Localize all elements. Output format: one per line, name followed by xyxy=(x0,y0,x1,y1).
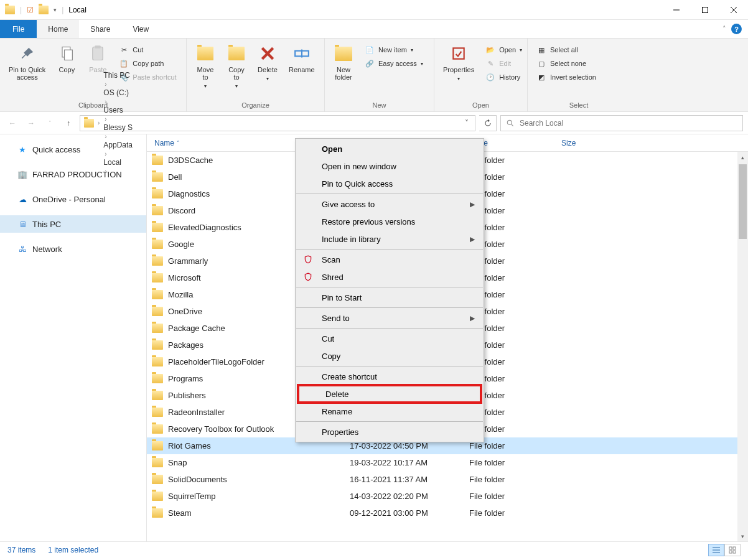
breadcrumb-1[interactable]: OS (C:) xyxy=(103,88,133,97)
scroll-thumb[interactable] xyxy=(739,164,747,239)
file-row[interactable]: Snap19-03-2022 10:17 AMFile folder xyxy=(147,454,748,471)
folder-icon xyxy=(152,508,163,518)
qat-checkbox[interactable]: ☑ xyxy=(27,6,34,14)
menu-home[interactable]: Home xyxy=(37,20,79,38)
invert-selection-button[interactable]: ◩Invert selection xyxy=(533,71,600,83)
cm-send-to[interactable]: Send to▶ xyxy=(296,309,484,327)
file-name: Programs xyxy=(168,374,203,383)
rename-button[interactable]: Rename xyxy=(285,41,319,76)
new-folder-button[interactable]: New folder xyxy=(330,41,357,83)
file-type: File folder xyxy=(462,475,554,484)
cm-pin-quick-access[interactable]: Pin to Quick access xyxy=(296,175,484,192)
nav-forward-button[interactable]: → xyxy=(24,116,39,131)
file-row[interactable]: SolidDocuments16-11-2021 11:37 AMFile fo… xyxy=(147,471,748,488)
cut-button[interactable]: ✂Cut xyxy=(115,44,180,56)
navigation-pane: ★ Quick access 🏢 FARRAD PRODUCTION ☁ One… xyxy=(0,134,147,541)
delete-button[interactable]: Delete▾ xyxy=(254,41,281,84)
svg-rect-6 xyxy=(93,47,103,60)
folder-icon xyxy=(152,240,163,249)
folder-icon xyxy=(152,273,163,282)
cm-pin-to-start[interactable]: Pin to Start xyxy=(296,289,484,306)
address-bar[interactable]: › This PC›OS (C:)›Users›Blessy S›AppData… xyxy=(80,115,475,131)
history-button[interactable]: 🕑History xyxy=(482,71,526,83)
file-row[interactable]: Steam09-12-2021 03:00 PMFile folder xyxy=(147,505,748,521)
address-dropdown[interactable]: ˅ xyxy=(462,119,471,128)
properties-button[interactable]: Properties▾ xyxy=(439,41,478,84)
new-item-button[interactable]: 📄New item ▾ xyxy=(361,44,427,56)
nav-this-pc[interactable]: 🖥 This PC xyxy=(0,215,146,233)
svg-point-13 xyxy=(507,120,512,124)
search-input[interactable] xyxy=(520,119,737,128)
breadcrumb-5[interactable]: Local xyxy=(103,158,133,167)
cm-create-shortcut[interactable]: Create shortcut xyxy=(296,368,484,385)
cm-rename[interactable]: Rename xyxy=(296,403,484,420)
history-icon: 🕑 xyxy=(485,72,495,82)
large-icons-view-button[interactable] xyxy=(724,544,741,556)
breadcrumb-3[interactable]: Blessy S xyxy=(103,123,133,132)
window-title: Local xyxy=(68,6,86,14)
app-icon xyxy=(5,6,15,14)
file-name: Publishers xyxy=(168,391,206,400)
folder-icon xyxy=(152,172,163,182)
nav-network[interactable]: 🖧 Network xyxy=(0,240,146,258)
edit-button[interactable]: ✎Edit xyxy=(482,57,526,70)
qat-folder-icon[interactable] xyxy=(39,6,49,14)
help-icon[interactable]: ? xyxy=(731,24,742,34)
address-bar-row: ← → ˅ ↑ › This PC›OS (C:)›Users›Blessy S… xyxy=(0,112,748,134)
chevron-right-icon: ▶ xyxy=(470,314,475,322)
copy-path-button[interactable]: 📋Copy path xyxy=(115,57,180,70)
open-button[interactable]: 📂Open ▾ xyxy=(482,44,526,56)
select-all-button[interactable]: ▦Select all xyxy=(533,44,600,56)
maximize-button[interactable] xyxy=(691,0,719,20)
cm-restore-previous[interactable]: Restore previous versions xyxy=(296,213,484,230)
breadcrumb-4[interactable]: AppData xyxy=(103,141,133,149)
pin-to-quick-access-button[interactable]: Pin to Quick access xyxy=(5,41,49,83)
close-button[interactable] xyxy=(719,0,748,20)
file-row[interactable]: SquirrelTemp14-03-2022 02:20 PMFile fold… xyxy=(147,488,748,505)
cloud-icon: ☁ xyxy=(17,194,27,204)
cm-copy[interactable]: Copy xyxy=(296,347,484,365)
breadcrumb-2[interactable]: Users xyxy=(103,106,133,114)
cm-scan[interactable]: Scan xyxy=(296,251,484,268)
cm-give-access-to[interactable]: Give access to▶ xyxy=(296,195,484,213)
file-name: Recovery Toolbox for Outlook xyxy=(168,424,274,434)
nav-onedrive[interactable]: ☁ OneDrive - Personal xyxy=(0,190,146,208)
copy-path-icon: 📋 xyxy=(119,58,129,68)
move-to-button[interactable]: Move to▾ xyxy=(192,41,219,91)
breadcrumb-0[interactable]: This PC xyxy=(103,71,133,80)
vertical-scrollbar[interactable]: ▴ ▾ xyxy=(737,152,748,541)
cm-cut[interactable]: Cut xyxy=(296,330,484,347)
file-name: Packages xyxy=(168,340,203,350)
select-none-button[interactable]: ▢Select none xyxy=(533,57,600,70)
cm-include-in-library[interactable]: Include in library▶ xyxy=(296,230,484,248)
menu-file[interactable]: File xyxy=(0,20,37,38)
copy-button[interactable]: Copy xyxy=(53,41,80,76)
menu-share[interactable]: Share xyxy=(79,20,121,38)
nav-recent-dropdown[interactable]: ˅ xyxy=(42,116,57,131)
svg-rect-19 xyxy=(733,547,736,549)
details-view-button[interactable] xyxy=(708,544,724,556)
column-size[interactable]: Size xyxy=(554,139,629,147)
minimize-button[interactable] xyxy=(662,0,691,20)
ribbon-collapse-icon[interactable]: ˄ xyxy=(722,25,726,33)
cm-shred[interactable]: Shred xyxy=(296,268,484,286)
context-menu: Open Open in new window Pin to Quick acc… xyxy=(295,138,484,442)
cm-open[interactable]: Open xyxy=(296,140,484,157)
menu-view[interactable]: View xyxy=(121,20,160,38)
copy-to-button[interactable]: Copy to▾ xyxy=(223,41,250,91)
svg-rect-5 xyxy=(65,50,73,60)
easy-access-button[interactable]: 🔗Easy access ▾ xyxy=(361,57,427,70)
cm-properties[interactable]: Properties xyxy=(296,423,484,441)
nav-up-button[interactable]: ↑ xyxy=(61,116,76,131)
cm-open-new-window[interactable]: Open in new window xyxy=(296,157,484,175)
status-bar: 37 items 1 item selected xyxy=(0,541,748,558)
cm-delete[interactable]: Delete xyxy=(297,384,482,404)
pin-icon xyxy=(17,44,37,63)
folder-icon xyxy=(152,424,163,434)
search-box[interactable] xyxy=(500,115,743,131)
scroll-up-arrow[interactable]: ▴ xyxy=(737,152,748,162)
refresh-button[interactable] xyxy=(479,115,497,131)
qat-dropdown[interactable]: ▾ xyxy=(54,7,57,13)
nav-back-button[interactable]: ← xyxy=(5,116,20,131)
scroll-down-arrow[interactable]: ▾ xyxy=(737,531,748,541)
